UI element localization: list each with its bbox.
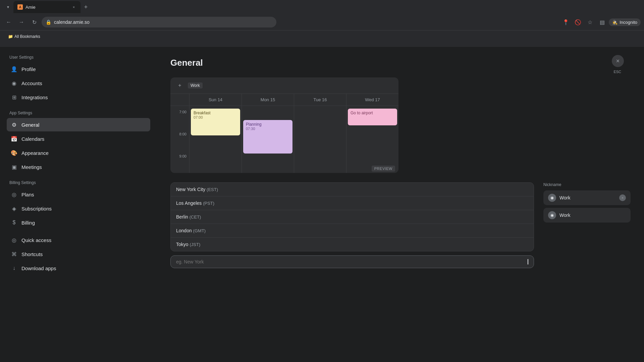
timezone-input-row[interactable] — [170, 255, 534, 268]
browser-chrome: ▾ A Amie × + ← → ↻ 🔒 calendar.amie.so 📍 … — [0, 0, 644, 47]
back-btn[interactable]: ← — [3, 17, 14, 27]
camera-off-icon-btn[interactable]: 🚫 — [573, 17, 583, 27]
cal-event-planning[interactable]: Planning 07:30 — [243, 120, 292, 154]
cal-day-col-3: Go to airport PREVIEW — [346, 106, 398, 173]
sidebar-item-billing[interactable]: $ Billing — [7, 216, 150, 229]
cal-day-header-2: Tue 16 — [294, 94, 346, 106]
billing-settings-label: Billing Settings — [7, 180, 150, 185]
preview-label: PREVIEW — [372, 166, 395, 172]
sidebar-item-label-general: General — [21, 122, 39, 128]
tz-city-0: New York City — [176, 187, 205, 192]
incognito-label: Incognito — [620, 20, 637, 25]
bookmarks-all-item[interactable]: 📁 All Bookmarks — [5, 33, 43, 40]
sidebar-item-profile[interactable]: 👤 Profile — [7, 62, 150, 76]
tz-city-3: London — [176, 228, 192, 233]
tz-tag-0: (EST) — [207, 187, 218, 192]
sidebar-item-plans[interactable]: ◎ Plans — [7, 188, 150, 201]
settings-columns: New York City (EST) Los Angeles (PST) Be… — [170, 182, 631, 268]
sidebar-item-appearance[interactable]: 🎨 Appearance — [7, 146, 150, 160]
calendars-icon: 📅 — [11, 135, 17, 142]
tab-title: Amie — [25, 5, 68, 10]
sidebar-item-label-meetings: Meetings — [21, 164, 42, 170]
sidebar-item-label-accounts: Accounts — [21, 80, 42, 86]
bookmarks-bar: 📁 All Bookmarks — [0, 30, 644, 42]
nickname-text-0: Work — [559, 195, 616, 200]
download-icon: ↓ — [11, 265, 17, 272]
timezone-item-3[interactable]: London (GMT) — [171, 224, 534, 238]
sidebar-item-label-quick-access: Quick access — [21, 237, 51, 243]
sidebar-item-general[interactable]: ⚙ General — [7, 118, 150, 131]
timezone-item-0[interactable]: New York City (EST) — [171, 183, 534, 196]
tab-dropdown-btn[interactable]: ▾ — [3, 2, 13, 12]
sidebar-item-label-shortcuts: Shortcuts — [21, 251, 43, 257]
cal-add-btn[interactable]: + — [176, 81, 184, 89]
page-title: General — [170, 58, 631, 68]
sidebar-item-download-apps[interactable]: ↓ Download apps — [7, 261, 150, 275]
tab-close-btn[interactable]: × — [71, 4, 76, 10]
address-bar[interactable]: 🔒 calendar.amie.so — [42, 17, 276, 27]
timezone-item-1[interactable]: Los Angeles (PST) — [171, 196, 534, 210]
cal-day-headers: Sun 14 Mon 15 Tue 16 Wed 17 — [170, 94, 398, 106]
cal-time-col: 7:00 8:00 9:00 — [170, 106, 189, 173]
sidebar-item-integrations[interactable]: ⊞ Integrations — [7, 90, 150, 104]
reload-btn[interactable]: ↻ — [29, 17, 40, 27]
tz-city-2: Berlin — [176, 214, 188, 220]
user-settings-label: User Settings — [7, 55, 150, 60]
bookmarks-label: All Bookmarks — [14, 34, 40, 39]
nickname-text-1: Work — [559, 213, 626, 218]
nickname-icon-0: ◉ — [548, 194, 556, 202]
cal-time-8: 8:00 — [170, 131, 189, 153]
sidebar-item-label-calendars: Calendars — [21, 136, 44, 142]
sidebar-item-shortcuts[interactable]: ⌘ Shortcuts — [7, 247, 150, 261]
cal-time-9: 9:00 — [170, 153, 189, 173]
sidebar-item-accounts[interactable]: ◉ Accounts — [7, 76, 150, 90]
sidebar-item-label-download-apps: Download apps — [21, 265, 56, 271]
forward-btn[interactable]: → — [16, 17, 27, 27]
close-btn[interactable]: × — [612, 55, 624, 67]
tab-bar: ▾ A Amie × + — [0, 0, 644, 14]
sidebar-item-label-profile: Profile — [21, 66, 36, 72]
bookmarks-folder-icon: 📁 — [8, 34, 13, 39]
app-settings-label: App Settings — [7, 111, 150, 115]
nickname-remove-btn-0[interactable]: × — [619, 194, 626, 201]
nickname-item-0: ◉ Work × — [543, 190, 631, 205]
sidebar-item-meetings[interactable]: ▣ Meetings — [7, 160, 150, 174]
location-icon-btn[interactable]: 📍 — [560, 17, 571, 27]
sidebar-item-label-billing: Billing — [21, 220, 35, 226]
incognito-badge[interactable]: 🕵 Incognito — [609, 18, 641, 26]
event-title-breakfast: Breakfast — [194, 111, 237, 115]
timezone-list: New York City (EST) Los Angeles (PST) Be… — [170, 182, 534, 251]
tz-tag-4: (JST) — [190, 242, 200, 247]
cal-day-header-0: Sun 14 — [189, 94, 241, 106]
cal-event-airport[interactable]: Go to airport — [348, 109, 397, 125]
right-col: Nickname ◉ Work × ◉ Work — [543, 182, 631, 225]
sidebar-item-calendars[interactable]: 📅 Calendars — [7, 132, 150, 145]
new-tab-btn[interactable]: + — [81, 2, 91, 12]
url-text: calendar.amie.so — [54, 19, 90, 25]
address-bar-row: ← → ↻ 🔒 calendar.amie.so 📍 🚫 ☆ ▤ 🕵 Incog… — [0, 14, 644, 30]
sidebar-item-label-appearance: Appearance — [21, 150, 49, 156]
timezone-search-input[interactable] — [176, 259, 528, 264]
sidebar-item-subscriptions[interactable]: ◈ Subscriptions — [7, 202, 150, 215]
nickname-label: Nickname — [543, 182, 631, 187]
incognito-icon: 🕵 — [612, 20, 618, 25]
sidebar-item-quick-access[interactable]: ◎ Quick access — [7, 233, 150, 247]
cal-day-col-1: Planning 07:30 — [241, 106, 294, 173]
billing-icon: $ — [11, 219, 17, 226]
cal-event-breakfast[interactable]: Breakfast 07:00 — [191, 109, 240, 135]
cal-work-badge: Work — [188, 82, 203, 88]
appearance-icon: 🎨 — [11, 149, 17, 156]
sidebar-icon-btn[interactable]: ▤ — [597, 17, 607, 27]
general-icon: ⚙ — [11, 121, 17, 128]
cal-time-header — [170, 94, 189, 106]
timezone-item-4[interactable]: Tokyo (JST) — [171, 238, 534, 251]
timezone-item-2[interactable]: Berlin (CET) — [171, 210, 534, 224]
subscriptions-icon: ◈ — [11, 205, 17, 212]
star-icon-btn[interactable]: ☆ — [585, 17, 595, 27]
plans-icon: ◎ — [11, 191, 17, 198]
event-time-breakfast: 07:00 — [194, 115, 237, 119]
esc-label: ESC — [613, 70, 621, 74]
page-content: User Settings 👤 Profile ◉ Accounts ⊞ Int… — [0, 47, 644, 362]
active-tab[interactable]: A Amie × — [13, 1, 80, 13]
event-title-planning: Planning — [246, 122, 290, 127]
